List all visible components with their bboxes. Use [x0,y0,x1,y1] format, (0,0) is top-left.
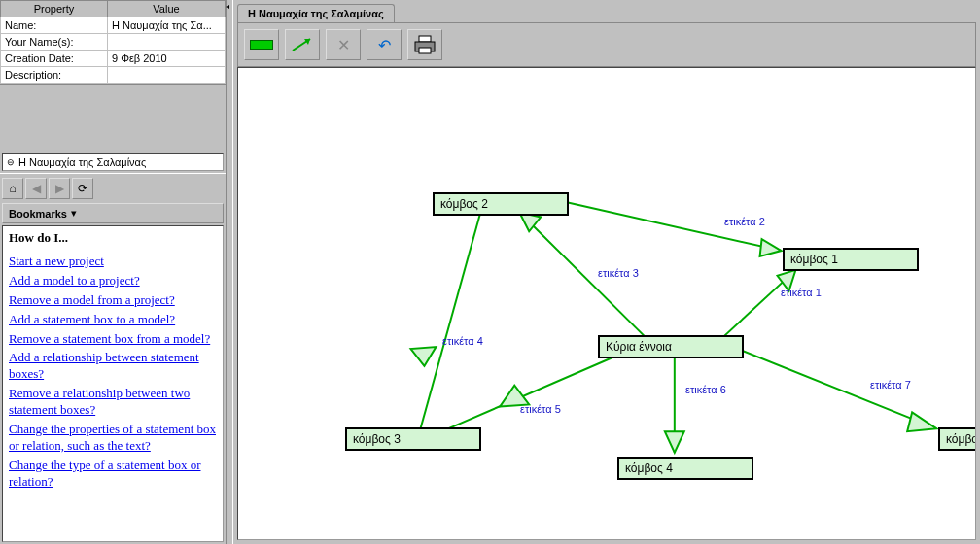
canvas[interactable]: κόμβος 2 κόμβος 1 Κύρια έννοια κόμβος 3 … [237,67,976,540]
node-3[interactable]: κόμβος 3 [345,427,481,451]
refresh-icon: ⟳ [78,182,88,195]
splitter-arrow-icon: ◂ [226,2,229,11]
svg-rect-1 [419,36,431,42]
nav-toolbar: ⌂ ◀ ▶ ⟳ [0,173,226,203]
help-link[interactable]: Add a statement box to a model? [9,312,217,328]
refresh-button[interactable]: ⟳ [72,178,93,199]
edge-label[interactable]: ετικέτα 7 [870,379,911,391]
forward-icon: ▶ [55,182,64,195]
help-panel[interactable]: How do I... Start a new project Add a mo… [2,225,224,542]
rectangle-icon [250,40,273,50]
toolbar: ✕ ↶ [237,22,976,67]
tree-toggle-icon[interactable]: ⊖ [7,157,15,167]
bookmarks-label: Bookmarks [9,208,67,220]
tab-model[interactable]: Η Ναυμαχία της Σαλαμίνας [237,4,395,22]
tree-root-label: Η Ναυμαχία της Σαλαμίνας [18,156,146,168]
node-5[interactable]: κόμβος 5 [938,427,976,451]
splitter[interactable]: ◂ [226,0,233,544]
printer-icon [413,34,437,55]
edges-layer [238,68,975,539]
bookmarks-dropdown[interactable]: Bookmarks ▾ [2,203,224,223]
table-row[interactable]: Description: [1,67,226,84]
print-button[interactable] [407,29,442,60]
left-panel: Property Value Name:Η Ναυμαχία της Σα...… [0,0,226,544]
tree-root[interactable]: ⊖ Η Ναυμαχία της Σαλαμίνας [2,153,224,171]
table-row[interactable]: Creation Date:9 Φεβ 2010 [1,51,226,67]
help-link[interactable]: Start a new project [9,254,217,270]
help-title: How do I... [9,230,217,246]
svg-line-7 [421,212,481,428]
help-link[interactable]: Add a model to a project? [9,273,217,289]
home-button[interactable]: ⌂ [2,178,23,199]
help-link[interactable]: Change the type of a statement box or re… [9,458,217,491]
properties-table: Property Value Name:Η Ναυμαχία της Σα...… [0,0,226,84]
svg-rect-3 [419,48,431,53]
node-4[interactable]: κόμβος 4 [617,457,753,480]
node-main[interactable]: Κύρια έννοια [598,335,744,358]
edge-label[interactable]: ετικέτα 3 [598,267,639,279]
back-button[interactable]: ◀ [25,178,47,199]
node-1[interactable]: κόμβος 1 [783,248,919,271]
undo-icon: ↶ [378,36,391,54]
tab-bar: Η Ναυμαχία της Σαλαμίνας [233,0,980,22]
back-icon: ◀ [32,182,41,195]
props-spacer [0,84,226,152]
delete-icon: ✕ [337,36,350,54]
help-link[interactable]: Remove a model from a project? [9,292,217,309]
svg-line-8 [441,352,626,431]
edge-label[interactable]: ετικέτα 4 [442,335,483,347]
add-arrow-button[interactable] [285,29,320,60]
home-icon: ⌂ [9,182,16,195]
right-panel: Η Ναυμαχία της Σαλαμίνας ✕ ↶ [233,0,980,544]
prop-header-property[interactable]: Property [1,1,108,17]
edge-label[interactable]: ετικέτα 2 [724,216,765,227]
svg-line-6 [723,270,796,337]
undo-button[interactable]: ↶ [367,29,402,60]
delete-button[interactable]: ✕ [326,29,361,60]
help-link[interactable]: Add a relationship between statement box… [9,350,217,383]
help-link[interactable]: Remove a statement box from a model? [9,331,217,348]
forward-button[interactable]: ▶ [49,178,70,199]
help-link[interactable]: Change the properties of a statement box… [9,422,217,455]
prop-header-value[interactable]: Value [108,1,226,17]
node-2[interactable]: κόμβος 2 [433,192,569,216]
help-link[interactable]: Remove a relationship between two statem… [9,386,217,419]
edge-label[interactable]: ετικέτα 1 [781,287,822,298]
arrow-icon [291,35,314,54]
edge-label[interactable]: ετικέτα 6 [685,384,726,395]
table-row[interactable]: Name:Η Ναυμαχία της Σα... [1,17,226,34]
dropdown-icon: ▾ [71,207,77,220]
add-node-button[interactable] [244,29,279,60]
table-row[interactable]: Your Name(s): [1,34,226,51]
edge-label[interactable]: ετικέτα 5 [520,403,561,415]
